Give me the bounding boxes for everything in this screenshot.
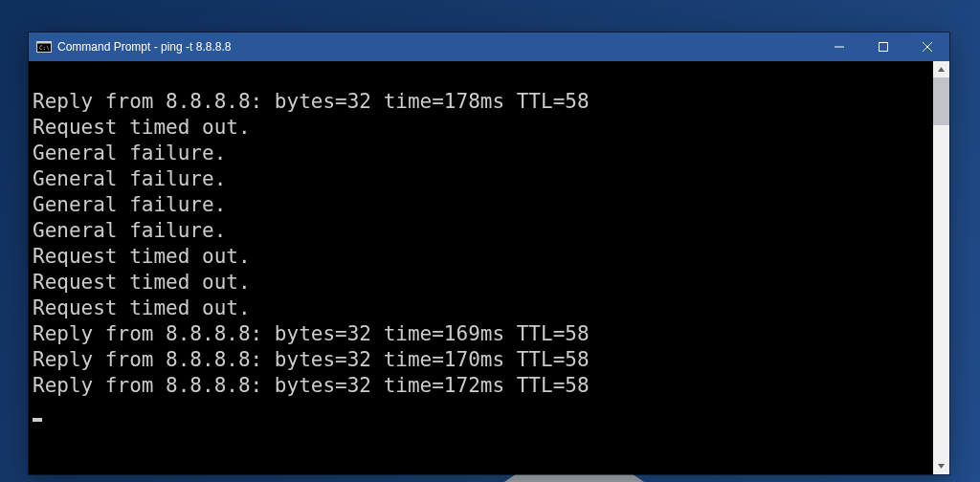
console-line: Request timed out.	[33, 296, 251, 319]
scroll-up-button[interactable]	[933, 61, 949, 77]
console-line: Reply from 8.8.8.8: bytes=32 time=170ms …	[33, 348, 590, 371]
svg-rect-4	[880, 43, 888, 52]
scroll-thumb[interactable]	[933, 77, 949, 125]
console-line: Request timed out.	[33, 245, 251, 268]
console-line: Reply from 8.8.8.8: bytes=32 time=169ms …	[33, 322, 590, 345]
svg-rect-3	[835, 47, 844, 48]
cursor	[33, 418, 42, 422]
console-line: General failure.	[33, 193, 226, 216]
vertical-scrollbar[interactable]	[933, 61, 949, 474]
svg-marker-8	[938, 464, 945, 469]
titlebar[interactable]: C:\ Command Prompt - ping -t 8.8.8.8	[29, 33, 949, 61]
svg-text:C:\: C:\	[39, 44, 50, 51]
close-button[interactable]	[905, 33, 949, 61]
window-title: Command Prompt - ping -t 8.8.8.8	[57, 40, 231, 54]
console-line: Request timed out.	[33, 116, 251, 139]
minimize-button[interactable]	[817, 33, 861, 61]
window-controls	[817, 33, 949, 61]
command-prompt-window: C:\ Command Prompt - ping -t 8.8.8.8	[29, 33, 949, 474]
console-line: General failure.	[33, 167, 226, 190]
desktop-background: C:\ Command Prompt - ping -t 8.8.8.8	[0, 0, 980, 482]
client-area: Reply from 8.8.8.8: bytes=32 time=178ms …	[29, 61, 949, 474]
svg-marker-7	[938, 67, 945, 72]
console-line: Reply from 8.8.8.8: bytes=32 time=178ms …	[33, 90, 590, 113]
command-prompt-icon: C:\	[36, 39, 52, 55]
console-output[interactable]: Reply from 8.8.8.8: bytes=32 time=178ms …	[29, 61, 933, 474]
console-line: General failure.	[33, 142, 226, 164]
console-line: Request timed out.	[33, 271, 251, 294]
scroll-down-button[interactable]	[933, 458, 949, 474]
console-line: Reply from 8.8.8.8: bytes=32 time=172ms …	[33, 374, 590, 397]
maximize-button[interactable]	[861, 33, 905, 61]
console-line: General failure.	[33, 219, 226, 242]
